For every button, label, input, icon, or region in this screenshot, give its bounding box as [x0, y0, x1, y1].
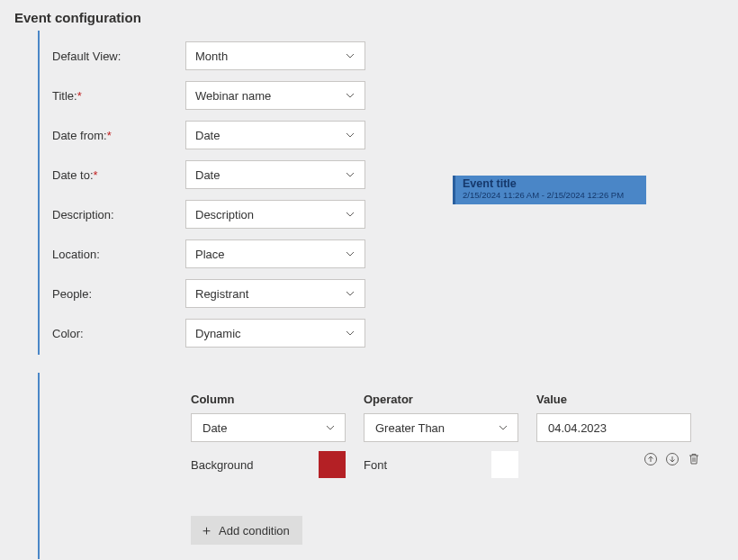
label-title-text: Title: [52, 89, 77, 103]
select-location[interactable]: Place [185, 239, 365, 268]
move-down-icon[interactable] [664, 451, 680, 467]
font-swatch[interactable] [491, 451, 518, 478]
chevron-down-icon [345, 209, 356, 220]
background-label: Background [191, 458, 253, 472]
header-value: Value [536, 393, 691, 406]
select-date-to[interactable]: Date [185, 160, 365, 189]
header-operator: Operator [364, 393, 518, 406]
label-default-view: Default View: [52, 50, 185, 63]
select-condition-operator[interactable]: Greater Than [364, 413, 518, 442]
chevron-down-icon [345, 288, 356, 299]
field-people: People: Registrant [52, 274, 695, 313]
chevron-down-icon [345, 130, 356, 140]
select-date-from-value: Date [195, 129, 220, 142]
field-title: Title:* Webinar name [52, 76, 695, 115]
select-condition-operator-value: Greater Than [375, 421, 445, 435]
background-swatch[interactable] [319, 451, 346, 478]
label-date-from: Date from:* [52, 129, 185, 142]
label-location: Location: [52, 248, 185, 261]
add-condition-label: Add condition [219, 524, 290, 537]
input-condition-value[interactable] [536, 413, 691, 442]
select-date-from[interactable]: Date [185, 121, 365, 149]
required-marker: * [77, 89, 82, 103]
required-marker: * [94, 168, 98, 182]
select-default-view-value: Month [195, 50, 228, 63]
label-date-from-text: Date from: [52, 129, 107, 142]
chevron-down-icon [325, 422, 336, 433]
field-location: Location: Place [52, 234, 695, 274]
add-condition-button[interactable]: ＋ Add condition [191, 516, 302, 545]
select-color[interactable]: Dynamic [185, 319, 365, 348]
header-column: Column [191, 393, 346, 406]
field-color: Color: Dynamic [52, 313, 695, 353]
condition-actions [547, 451, 702, 467]
chevron-down-icon [345, 169, 356, 180]
chevron-down-icon [498, 422, 508, 433]
font-label: Font [364, 458, 387, 472]
label-people: People: [52, 287, 185, 301]
chevron-down-icon [345, 328, 356, 339]
select-description-value: Description [195, 208, 254, 221]
select-description[interactable]: Description [185, 200, 365, 229]
select-location-value: Place [195, 248, 225, 261]
event-preview-card: Event title 2/15/2024 11:26 AM - 2/15/20… [453, 176, 646, 204]
chevron-down-icon [345, 50, 356, 61]
chevron-down-icon [345, 248, 356, 259]
label-date-to: Date to:* [52, 168, 185, 182]
field-date-from: Date from:* Date [52, 115, 695, 155]
delete-icon[interactable] [686, 451, 702, 467]
select-people[interactable]: Registrant [185, 279, 365, 308]
font-color-group: Font [364, 451, 518, 478]
label-title: Title:* [52, 89, 185, 103]
background-color-group: Background [191, 451, 346, 478]
move-up-icon[interactable] [643, 451, 659, 467]
select-condition-column-value: Date [202, 421, 227, 435]
condition-color-row: Background Font [191, 451, 702, 478]
conditions-section: Column Date Operator Greater Than Value [38, 373, 702, 559]
label-color: Color: [52, 327, 185, 340]
select-title-value: Webinar name [195, 89, 271, 103]
label-date-to-text: Date to: [52, 168, 94, 182]
select-default-view[interactable]: Month [185, 41, 365, 70]
preview-title: Event title [463, 177, 639, 190]
label-description: Description: [52, 208, 185, 221]
preview-date-range: 2/15/2024 11:26 AM - 2/15/2024 12:26 PM [463, 190, 639, 201]
select-color-value: Dynamic [195, 327, 241, 340]
field-default-view: Default View: Month [52, 36, 695, 76]
page-title: Event configuration [0, 0, 738, 25]
plus-icon: ＋ [200, 522, 213, 539]
select-condition-column[interactable]: Date [191, 413, 346, 442]
select-title[interactable]: Webinar name [185, 81, 365, 110]
required-marker: * [107, 129, 112, 142]
select-date-to-value: Date [195, 168, 220, 182]
chevron-down-icon [345, 90, 356, 101]
select-people-value: Registrant [195, 287, 248, 301]
condition-headers: Column Date Operator Greater Than Value [191, 393, 702, 442]
